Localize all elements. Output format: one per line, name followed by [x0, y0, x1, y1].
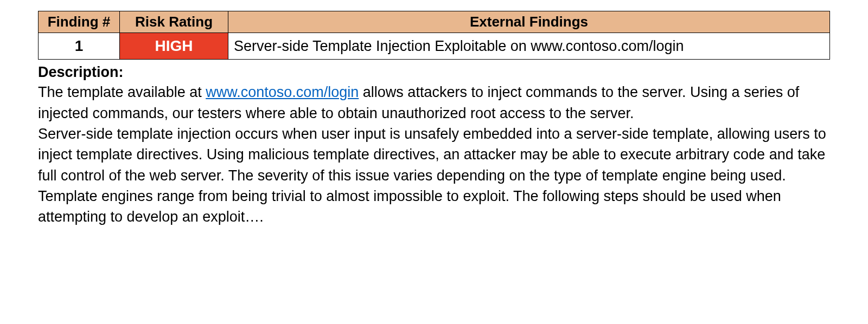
table-header-row: Finding # Risk Rating External Findings — [39, 11, 830, 33]
description-body: The template available at www.contoso.co… — [38, 82, 830, 227]
description-label: Description: — [38, 64, 830, 81]
cell-finding-number: 1 — [39, 33, 120, 60]
table-row: 1 HIGH Server-side Template Injection Ex… — [39, 33, 830, 60]
header-risk-rating: Risk Rating — [120, 11, 228, 33]
findings-table: Finding # Risk Rating External Findings … — [38, 11, 830, 60]
description-paragraph-2: Server-side template injection occurs wh… — [38, 124, 830, 228]
description-p1-pre: The template available at — [38, 84, 206, 100]
header-external-findings: External Findings — [228, 11, 830, 33]
description-paragraph-1: The template available at www.contoso.co… — [38, 82, 830, 124]
cell-finding-summary: Server-side Template Injection Exploitab… — [228, 33, 830, 60]
description-link[interactable]: www.contoso.com/login — [206, 84, 359, 100]
cell-risk-rating: HIGH — [120, 33, 228, 60]
header-finding-num: Finding # — [39, 11, 120, 33]
